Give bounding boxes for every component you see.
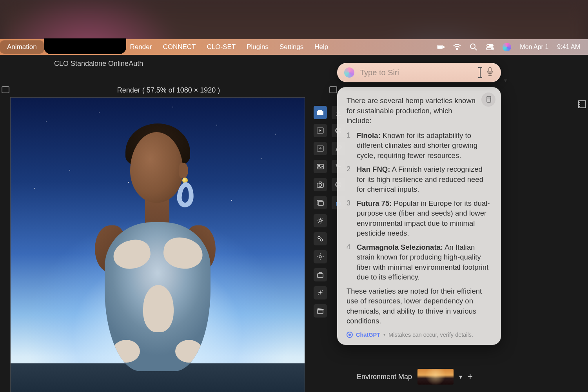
toolbar-column-a [314, 106, 329, 318]
undock-icon-right[interactable] [329, 86, 337, 93]
menu-connect[interactable]: CONNECT [163, 43, 196, 51]
siri-icon[interactable] [503, 43, 511, 51]
svg-point-36 [322, 290, 323, 291]
siri-dropdown-icon[interactable]: ▼ [503, 78, 508, 83]
response-attribution: ChatGPT • Mistakes can occur, verify det… [347, 331, 492, 339]
wifi-icon[interactable] [453, 44, 461, 50]
menu-render[interactable]: Render [130, 43, 152, 51]
chatgpt-logo-icon [347, 332, 353, 338]
list-item: 4Carmagnola Selezionata: An Italian stra… [347, 242, 492, 282]
tool-briefcase-icon[interactable] [314, 268, 327, 281]
tool-double-gear-icon[interactable] [314, 232, 327, 245]
render-status-label: Render ( 57.5% of 1080 × 1920 ) [0, 86, 337, 94]
control-center-icon[interactable] [486, 44, 494, 50]
response-outro: These varieties are noted for their effi… [347, 286, 492, 326]
siri-response-panel: There are several hemp varieties known f… [337, 87, 501, 345]
svg-point-21 [319, 165, 320, 167]
svg-point-27 [319, 220, 321, 222]
env-add-icon[interactable]: + [468, 372, 473, 382]
environment-map-row: Environment Map ▾ + [357, 368, 498, 385]
search-icon[interactable] [470, 44, 477, 50]
svg-rect-15 [317, 110, 318, 111]
environment-map-label: Environment Map [357, 373, 412, 381]
environment-map-thumbnail[interactable] [417, 369, 454, 385]
tool-gear-icon[interactable] [314, 214, 327, 227]
siri-input[interactable] [360, 68, 474, 77]
avatar-figure [83, 116, 232, 383]
attribution-brand: ChatGPT [356, 331, 380, 339]
menu-settings[interactable]: Settings [279, 43, 303, 51]
tool-sparkle-icon[interactable] [314, 286, 327, 299]
battery-icon[interactable] [437, 44, 445, 50]
svg-rect-46 [489, 67, 491, 72]
menu-help[interactable]: Help [314, 43, 328, 51]
ruler-icon[interactable] [578, 100, 586, 109]
menu-closet[interactable]: CLO-SET [207, 43, 236, 51]
tool-light-gear-icon[interactable] [314, 250, 327, 263]
menu-animation[interactable]: Animation [0, 40, 44, 54]
tool-camera-icon[interactable] [314, 178, 327, 191]
menubar-time[interactable]: 9:41 AM [557, 44, 580, 51]
svg-point-37 [318, 294, 319, 295]
menu-plugins[interactable]: Plugins [247, 43, 269, 51]
svg-rect-35 [318, 274, 323, 278]
siri-search-bar[interactable] [337, 63, 501, 82]
svg-rect-38 [318, 310, 323, 314]
list-item: 1Finola: Known for its adaptability to d… [347, 131, 492, 161]
list-item: 3Futura 75: Popular in Europe for its du… [347, 198, 492, 238]
attribution-note: Mistakes can occur, verify details. [388, 331, 473, 339]
svg-point-9 [491, 48, 493, 49]
svg-rect-24 [319, 182, 321, 183]
svg-rect-1 [438, 46, 443, 48]
tool-play-icon[interactable] [314, 124, 327, 137]
text-cursor-icon [480, 68, 481, 77]
siri-orb-icon [344, 67, 354, 78]
svg-rect-26 [318, 201, 323, 205]
macos-menubar: Animation Render CONNECT CLO-SET Plugins… [0, 39, 588, 55]
env-dropdown-icon[interactable]: ▾ [459, 373, 462, 381]
svg-point-29 [320, 239, 323, 241]
render-viewport[interactable] [10, 97, 305, 392]
response-intro: There are several hemp varieties known f… [347, 96, 492, 126]
svg-marker-18 [319, 129, 321, 132]
tool-film-icon[interactable] [314, 106, 327, 119]
response-list: 1Finola: Known for its adaptability to d… [347, 131, 492, 282]
svg-point-28 [318, 236, 320, 239]
tool-gallery-icon[interactable] [314, 196, 327, 209]
tool-clapper-icon[interactable] [314, 304, 327, 318]
svg-point-23 [319, 184, 322, 187]
svg-point-8 [487, 45, 489, 46]
microphone-icon[interactable] [486, 67, 494, 78]
menubar-date[interactable]: Mon Apr 1 [520, 44, 548, 51]
svg-point-3 [457, 49, 458, 50]
tool-image-icon[interactable] [314, 160, 327, 173]
svg-point-4 [470, 44, 475, 49]
display-notch [44, 38, 126, 54]
list-item: 2Han FNQ: A Finnish variety recognized f… [347, 164, 492, 194]
svg-rect-49 [487, 98, 491, 102]
tool-import-icon[interactable] [314, 142, 327, 155]
copy-button[interactable] [481, 93, 495, 107]
svg-rect-16 [322, 110, 323, 111]
svg-point-30 [319, 256, 321, 258]
svg-rect-2 [443, 46, 444, 48]
svg-line-5 [475, 48, 477, 50]
